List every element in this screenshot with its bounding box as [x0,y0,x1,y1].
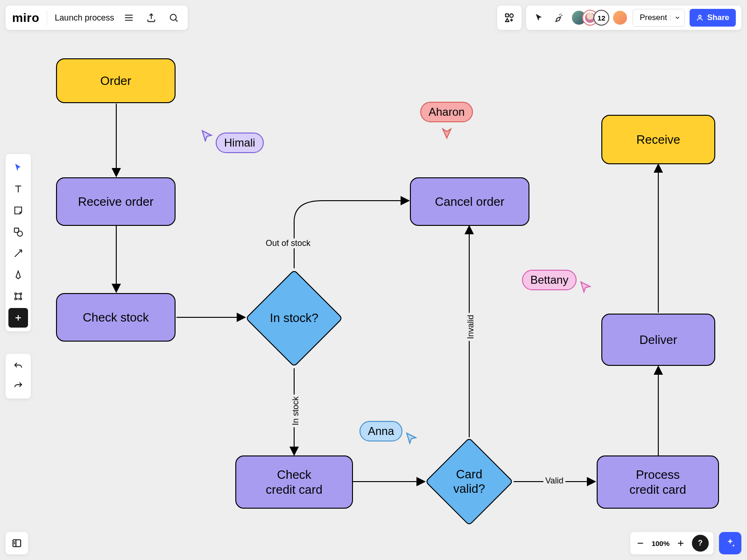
node-in-stock-label: In stock? [260,284,329,353]
tool-pen[interactable] [8,265,28,285]
tool-shape[interactable] [8,222,28,242]
board-canvas[interactable]: Out of stock In stock Invalid Valid Orde… [0,0,747,560]
node-check-credit-card[interactable]: Check credit card [235,455,353,509]
top-left-toolbar: miro Launch process [6,6,188,30]
zoom-control: − 100% + ? [630,532,713,554]
cursor-aharon: Aharon [420,102,473,139]
svg-point-28 [20,298,22,300]
chevron-down-icon[interactable] [670,14,681,21]
main-menu-icon[interactable] [121,10,136,25]
svg-point-38 [14,543,15,544]
cursor-himali: Himali [201,119,264,153]
svg-point-23 [17,231,22,236]
cursor-label: Himali [216,133,264,153]
reactions-icon[interactable] [551,10,566,25]
svg-point-13 [170,14,176,21]
export-icon[interactable] [144,10,159,25]
edge-label-valid: Valid [543,476,565,486]
svg-point-16 [510,14,513,17]
left-toolbar [6,154,31,331]
search-icon[interactable] [166,10,181,25]
tool-frame[interactable] [8,287,28,306]
top-right-toolbar: 12 Present Share [497,6,741,30]
redo-button[interactable] [8,376,28,396]
divider [47,10,47,25]
zoom-in-button[interactable]: + [675,538,686,549]
cursor-label: Aharon [420,102,473,122]
edge-label-invalid: Invalid [466,313,476,341]
board-title[interactable]: Launch process [55,13,114,23]
share-button[interactable]: Share [690,9,736,27]
tool-add-more[interactable] [8,308,28,328]
node-in-stock-decision[interactable]: In stock? [260,284,329,353]
present-button[interactable]: Present [633,9,685,27]
node-receive[interactable]: Receive [601,115,715,164]
node-deliver[interactable]: Deliver [601,314,715,366]
cursor-bettany: Bettany [522,267,592,293]
panel-toggle-button[interactable] [6,532,28,554]
cursor-label: Anna [359,421,402,441]
svg-point-26 [20,293,22,295]
zoom-out-button[interactable]: − [635,538,646,549]
collab-controls: 12 Present Share [526,6,741,30]
apps-button[interactable] [497,6,521,30]
svg-point-25 [15,293,17,295]
zoom-value[interactable]: 100% [652,539,669,547]
svg-point-37 [14,542,15,542]
ai-assist-button[interactable] [719,532,741,554]
node-receive-order[interactable]: Receive order [56,177,176,226]
undo-redo-toolbar [6,354,31,399]
cursor-anna: Anna [359,418,417,444]
share-label: Share [707,13,729,22]
node-card-valid-label: Card valid? [438,450,500,513]
node-order[interactable]: Order [56,58,176,103]
present-label: Present [640,13,667,22]
svg-rect-15 [506,14,508,17]
svg-point-19 [698,15,701,18]
tool-select[interactable] [8,158,28,177]
avatar-self[interactable] [612,10,628,26]
edge-label-in-stock: In stock [291,394,301,427]
node-process-credit-card[interactable]: Process credit card [597,455,719,509]
tool-connector[interactable] [8,244,28,263]
help-button[interactable]: ? [692,535,709,552]
svg-point-27 [15,298,17,300]
svg-line-14 [176,20,178,22]
undo-button[interactable] [8,357,28,376]
svg-line-24 [15,250,22,257]
node-cancel-order[interactable]: Cancel order [410,177,529,226]
avatar-overflow-count[interactable]: 12 [593,10,609,26]
cursor-mode-icon[interactable] [532,10,547,25]
tool-text[interactable] [8,179,28,199]
collaborator-avatars[interactable]: 12 [571,10,628,26]
miro-logo[interactable]: miro [12,11,39,25]
node-card-valid-decision[interactable]: Card valid? [438,450,500,513]
cursor-label: Bettany [522,270,577,290]
bottom-right-controls: − 100% + ? [630,532,741,554]
tool-sticky-note[interactable] [8,201,28,220]
node-check-stock[interactable]: Check stock [56,293,176,342]
edge-label-out-of-stock: Out of stock [264,238,312,248]
